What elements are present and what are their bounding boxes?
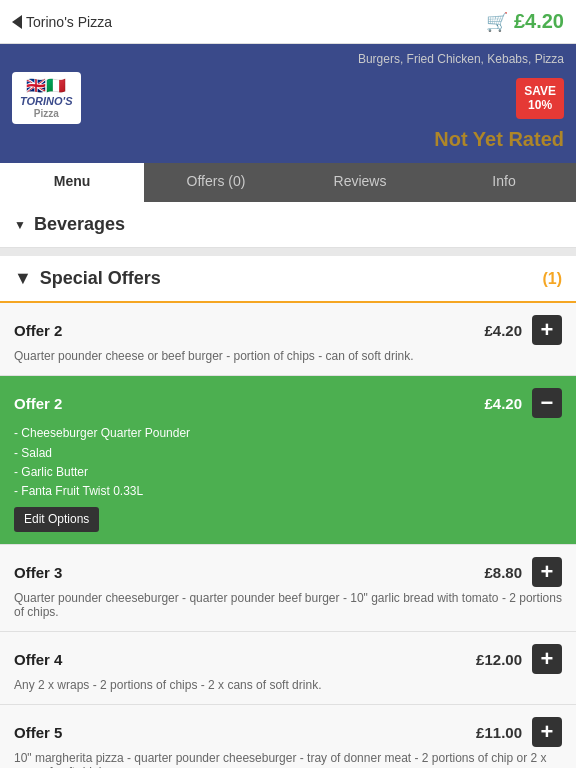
- restaurant-title: Torino's Pizza: [26, 14, 112, 30]
- tab-menu[interactable]: Menu: [0, 163, 144, 202]
- offer2-detail-1: - Cheeseburger Quarter Pounder: [14, 424, 562, 443]
- back-arrow-icon: [12, 15, 22, 29]
- special-offers-label: Special Offers: [40, 268, 161, 289]
- offer3-item: Offer 3 £8.80 + Quarter pounder cheesebu…: [0, 545, 576, 632]
- offer3-desc: Quarter pounder cheeseburger - quarter p…: [14, 591, 562, 619]
- offer2-remove-button[interactable]: −: [532, 388, 562, 418]
- special-offers-section-header[interactable]: ▼ Special Offers (1): [0, 256, 576, 303]
- offer2-detail-4: - Fanta Fruit Twist 0.33L: [14, 482, 562, 501]
- logo-name: TORINO'S: [20, 95, 73, 108]
- beverages-label: Beverages: [34, 214, 125, 235]
- not-rated-label: Not Yet Rated: [12, 128, 564, 151]
- tab-info[interactable]: Info: [432, 163, 576, 202]
- offer2-row: Offer 2 £4.20 +: [14, 315, 562, 345]
- offers-count: (1): [542, 270, 562, 288]
- offer3-right: £8.80 +: [484, 557, 562, 587]
- offer5-add-button[interactable]: +: [532, 717, 562, 747]
- save-badge-top: SAVE: [524, 84, 556, 98]
- save-badge-bottom: 10%: [524, 98, 556, 112]
- offer4-item: Offer 4 £12.00 + Any 2 x wraps - 2 porti…: [0, 632, 576, 705]
- restaurant-info-row: 🇬🇧🇮🇹 TORINO'S Pizza SAVE 10%: [12, 72, 564, 124]
- offer4-price: £12.00: [476, 651, 522, 668]
- offer2-selected-right: £4.20 −: [484, 388, 562, 418]
- offer2-desc: Quarter pounder cheese or beef burger - …: [14, 349, 562, 363]
- offer5-desc: 10" margherita pizza - quarter pounder c…: [14, 751, 562, 768]
- offer2-selected-item: Offer 2 £4.20 − - Cheeseburger Quarter P…: [0, 376, 576, 545]
- save-badge: SAVE 10%: [516, 78, 564, 119]
- edit-options-button[interactable]: Edit Options: [14, 507, 99, 532]
- cart-area[interactable]: 🛒 £4.20: [486, 10, 564, 33]
- offer5-price: £11.00: [476, 724, 522, 741]
- offer4-add-button[interactable]: +: [532, 644, 562, 674]
- offer4-name: Offer 4: [14, 651, 62, 668]
- offer2-selected-row: Offer 2 £4.20 −: [14, 388, 562, 418]
- logo-pizza: Pizza: [34, 108, 59, 120]
- cart-total: £4.20: [514, 10, 564, 33]
- offer2-price: £4.20: [484, 322, 522, 339]
- offer2-name: Offer 2: [14, 322, 62, 339]
- offer3-name: Offer 3: [14, 564, 62, 581]
- offer2-selected-details: - Cheeseburger Quarter Pounder - Salad -…: [14, 424, 562, 532]
- offer3-row: Offer 3 £8.80 +: [14, 557, 562, 587]
- offer3-add-button[interactable]: +: [532, 557, 562, 587]
- offer2-right: £4.20 +: [484, 315, 562, 345]
- offer4-row: Offer 4 £12.00 +: [14, 644, 562, 674]
- section-spacer: [0, 248, 576, 256]
- back-button[interactable]: Torino's Pizza: [12, 14, 112, 30]
- offer2-selected-price: £4.20: [484, 395, 522, 412]
- offer3-price: £8.80: [484, 564, 522, 581]
- special-offers-left: ▼ Special Offers: [14, 268, 161, 289]
- tab-offers[interactable]: Offers (0): [144, 163, 288, 202]
- beverages-chevron-icon: ▼: [14, 218, 26, 232]
- offer4-right: £12.00 +: [476, 644, 562, 674]
- restaurant-meta: Burgers, Fried Chicken, Kebabs, Pizza: [12, 52, 564, 66]
- offer5-right: £11.00 +: [476, 717, 562, 747]
- offer2-selected-name: Offer 2: [14, 395, 62, 412]
- tab-reviews[interactable]: Reviews: [288, 163, 432, 202]
- offer2-detail-3: - Garlic Butter: [14, 463, 562, 482]
- top-bar: Torino's Pizza 🛒 £4.20: [0, 0, 576, 44]
- logo-box: 🇬🇧🇮🇹 TORINO'S Pizza: [12, 72, 81, 124]
- offer2-item: Offer 2 £4.20 + Quarter pounder cheese o…: [0, 303, 576, 376]
- offer4-desc: Any 2 x wraps - 2 portions of chips - 2 …: [14, 678, 562, 692]
- special-offers-chevron-icon: ▼: [14, 268, 32, 289]
- offer2-detail-2: - Salad: [14, 444, 562, 463]
- beverages-section-header[interactable]: ▼ Beverages: [0, 202, 576, 248]
- logo-flags: 🇬🇧🇮🇹: [26, 76, 66, 95]
- restaurant-logo-area: 🇬🇧🇮🇹 TORINO'S Pizza: [12, 72, 81, 124]
- tabs-bar: Menu Offers (0) Reviews Info: [0, 163, 576, 202]
- offer5-row: Offer 5 £11.00 +: [14, 717, 562, 747]
- offer2-add-button[interactable]: +: [532, 315, 562, 345]
- offer5-name: Offer 5: [14, 724, 62, 741]
- cart-icon: 🛒: [486, 11, 508, 33]
- offer5-item: Offer 5 £11.00 + 10" margherita pizza - …: [0, 705, 576, 768]
- restaurant-header: Burgers, Fried Chicken, Kebabs, Pizza 🇬🇧…: [0, 44, 576, 163]
